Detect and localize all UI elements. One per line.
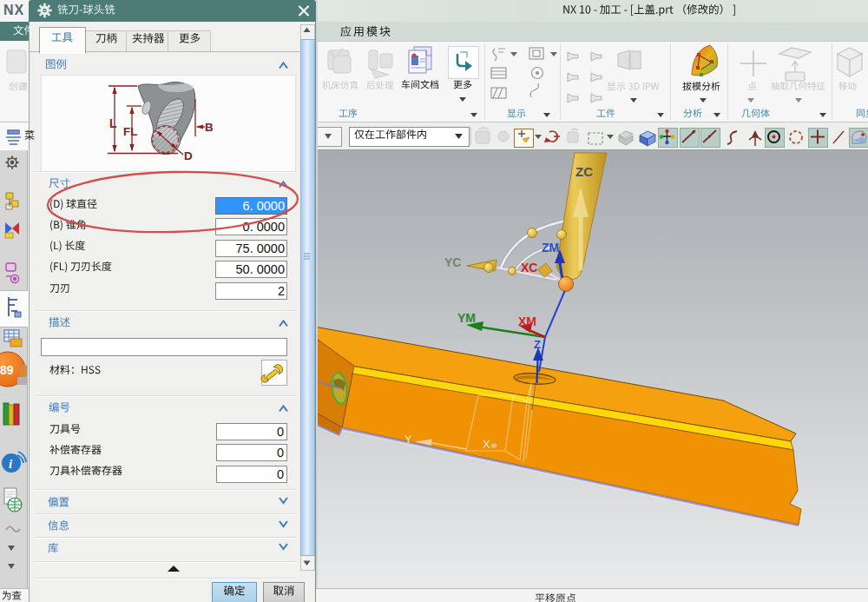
svg-text:ZM: ZM: [542, 241, 559, 255]
svg-text:Y: Y: [404, 433, 412, 446]
svg-text:YC: YC: [444, 255, 461, 269]
svg-text:XM: XM: [518, 314, 536, 328]
svg-text:XC: XC: [521, 261, 537, 275]
svg-text:X: X: [483, 438, 490, 451]
svg-text:Z: Z: [534, 338, 541, 351]
svg-text:YM: YM: [457, 311, 476, 325]
svg-text:ZC: ZC: [575, 164, 593, 179]
